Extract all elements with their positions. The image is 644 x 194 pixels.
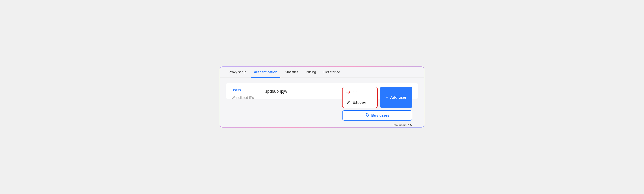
tag-icon [365,113,370,118]
main-content: Users Whitelisted IPs spd6uo4pjw [220,78,424,104]
svg-line-1 [348,101,349,102]
top-row: ··· Edit user [342,87,412,108]
dropdown-trigger[interactable]: ··· [342,87,377,97]
total-users-value: 1/2 [408,124,412,127]
sidebar-item-users[interactable]: Users [232,88,254,92]
tab-pricing[interactable]: Pricing [303,66,319,77]
arrow-right-icon [346,90,351,94]
tab-get-started[interactable]: Get started [320,66,343,77]
buy-users-label: Buy users [371,113,390,118]
more-options-dots: ··· [353,90,358,94]
app-container: Proxy setup Authentication Statistics Pr… [219,66,425,128]
tab-statistics[interactable]: Statistics [282,66,301,77]
tab-bar: Proxy setup Authentication Statistics Pr… [220,66,424,78]
add-user-button[interactable]: + Add user [380,87,412,108]
tab-proxy-setup[interactable]: Proxy setup [226,66,249,77]
sidebar-nav: Users Whitelisted IPs [232,88,254,104]
total-users-info: Total users: 1/2 [392,124,412,127]
plus-icon: + [386,95,388,100]
dropdown-popup: ··· Edit user [342,87,378,108]
card: Users Whitelisted IPs spd6uo4pjw [226,83,418,99]
sidebar-item-whitelisted-ips[interactable]: Whitelisted IPs [232,96,254,100]
buy-users-button[interactable]: Buy users [342,110,412,121]
svg-point-2 [366,114,367,115]
edit-user-menu-item[interactable]: Edit user [342,97,377,108]
right-section: ··· Edit user [342,87,412,127]
tab-authentication[interactable]: Authentication [251,66,280,77]
edit-user-label: Edit user [353,101,366,105]
total-users-label: Total users: [392,124,407,127]
edit-icon [346,100,350,105]
add-user-label: Add user [390,95,406,100]
